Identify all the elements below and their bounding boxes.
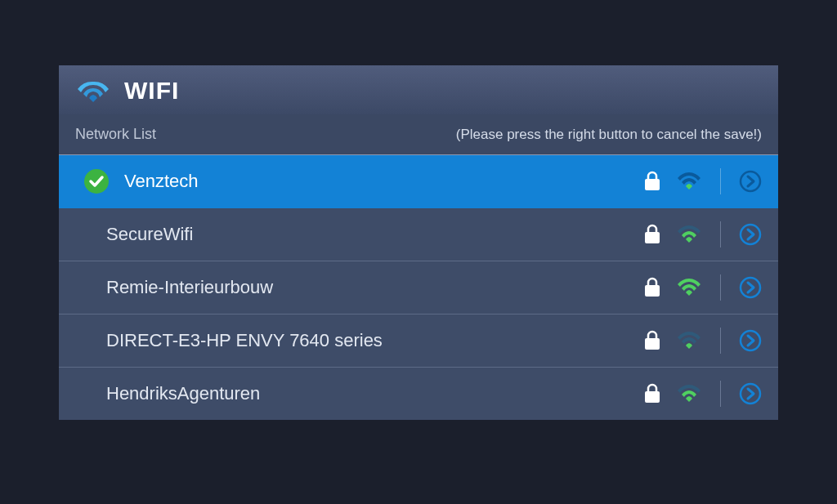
- network-name: Venztech: [124, 171, 199, 191]
- network-icons: [643, 168, 762, 194]
- wifi-signal-icon: [676, 382, 702, 405]
- details-arrow-icon[interactable]: [739, 223, 762, 246]
- network-name-wrapper: Remie-Interieurbouw: [83, 277, 643, 298]
- panel-header: WIFI: [59, 65, 778, 114]
- wifi-signal-icon: [676, 170, 702, 193]
- details-arrow-icon[interactable]: [739, 329, 762, 352]
- wifi-icon: [75, 75, 111, 106]
- network-list: Venztech: [59, 155, 778, 420]
- network-icons: [643, 381, 762, 407]
- network-icons: [643, 328, 762, 354]
- network-name-wrapper: SecureWifi: [83, 224, 643, 245]
- details-arrow-icon[interactable]: [739, 382, 762, 405]
- lock-icon: [643, 224, 661, 245]
- svg-rect-3: [645, 232, 660, 243]
- svg-point-0: [84, 169, 109, 194]
- separator: [720, 381, 721, 407]
- network-item[interactable]: Remie-Interieurbouw: [59, 261, 778, 314]
- svg-rect-5: [645, 285, 660, 297]
- svg-point-4: [741, 225, 760, 244]
- wifi-signal-icon: [676, 276, 702, 299]
- svg-point-6: [741, 278, 760, 297]
- network-item[interactable]: SecureWifi: [59, 208, 778, 261]
- network-name: HendriksAgenturen: [106, 383, 260, 404]
- svg-point-2: [741, 172, 760, 191]
- network-icons: [643, 274, 762, 301]
- network-name-wrapper: Venztech: [124, 171, 643, 192]
- instruction-text: (Please press the right button to cancel…: [456, 127, 762, 143]
- network-icons: [643, 221, 762, 248]
- network-item[interactable]: DIRECT-E3-HP ENVY 7640 series: [59, 314, 778, 368]
- network-name: Remie-Interieurbouw: [106, 277, 273, 297]
- separator: [720, 328, 721, 354]
- lock-icon: [643, 171, 661, 192]
- details-arrow-icon[interactable]: [739, 170, 762, 193]
- separator: [720, 168, 721, 194]
- network-list-label: Network List: [75, 126, 156, 143]
- svg-rect-1: [645, 179, 660, 190]
- network-name: SecureWifi: [106, 224, 193, 244]
- network-name-wrapper: DIRECT-E3-HP ENVY 7640 series: [83, 330, 643, 351]
- svg-point-10: [741, 384, 760, 404]
- svg-point-8: [741, 331, 760, 350]
- svg-rect-9: [645, 391, 660, 403]
- page-title: WIFI: [124, 77, 179, 105]
- separator: [720, 274, 721, 301]
- wifi-signal-icon: [676, 223, 702, 246]
- network-name-wrapper: HendriksAgenturen: [83, 383, 643, 404]
- connected-check-icon: [83, 168, 110, 194]
- subheader: Network List (Please press the right but…: [59, 114, 778, 155]
- separator: [720, 221, 721, 248]
- wifi-signal-icon: [676, 329, 702, 352]
- svg-rect-7: [645, 338, 660, 350]
- lock-icon: [643, 383, 661, 404]
- wifi-panel: WIFI Network List (Please press the righ…: [59, 65, 778, 420]
- network-item[interactable]: HendriksAgenturen: [59, 368, 778, 420]
- lock-icon: [643, 330, 661, 351]
- details-arrow-icon[interactable]: [739, 276, 762, 299]
- network-name: DIRECT-E3-HP ENVY 7640 series: [106, 330, 383, 350]
- network-item[interactable]: Venztech: [59, 155, 778, 208]
- lock-icon: [643, 277, 661, 298]
